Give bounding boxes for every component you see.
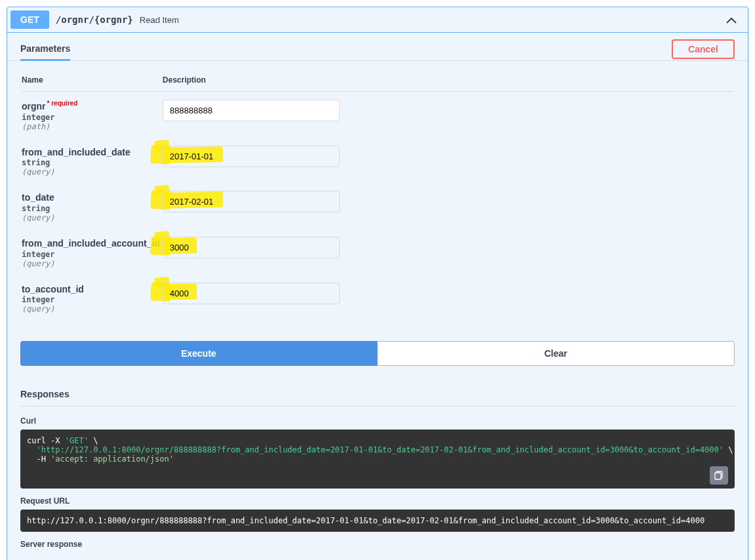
cancel-button[interactable]: Cancel: [672, 39, 735, 59]
clear-button[interactable]: Clear: [377, 341, 735, 366]
curl-block: curl -X 'GET' \ 'http://127.0.0.1:8000/o…: [20, 430, 735, 489]
request-url: http://127.0.0.1:8000/orgnr/888888888?fr…: [20, 510, 735, 532]
chevron-up-icon[interactable]: [718, 13, 745, 27]
server-response-label: Server response: [20, 540, 735, 553]
execute-button[interactable]: Execute: [20, 341, 377, 366]
param-input-orgnr[interactable]: [163, 100, 340, 121]
param-input-to_account_id[interactable]: [163, 283, 340, 304]
request-url-label: Request URL: [20, 496, 735, 510]
param-type: integer: [22, 111, 161, 122]
param-input-to_date[interactable]: [163, 191, 340, 212]
param-name: orgnr* required: [22, 100, 161, 111]
param-in: (query): [22, 167, 161, 176]
column-description: Description: [163, 69, 733, 92]
param-name: to_date: [22, 191, 161, 203]
param-input-from_and_included_date[interactable]: [163, 146, 340, 167]
param-input-from_and_included_account_id[interactable]: [163, 237, 340, 258]
param-name: from_and_included_account_id: [22, 237, 161, 249]
param-in: (query): [22, 304, 161, 313]
param-type: integer: [22, 249, 161, 259]
param-in: (query): [22, 259, 161, 268]
param-name: from_and_included_date: [22, 146, 161, 157]
param-type: string: [22, 157, 161, 167]
endpoint-path: /orgnr/{orgnr}: [49, 14, 140, 25]
param-type: integer: [22, 294, 161, 304]
param-in: (path): [22, 122, 161, 131]
endpoint-summary[interactable]: GET /orgnr/{orgnr} Read Item: [7, 7, 748, 33]
copy-icon[interactable]: [710, 466, 728, 485]
http-method-badge: GET: [10, 10, 49, 29]
endpoint-summary-text: Read Item: [140, 15, 179, 25]
responses-heading: Responses: [20, 389, 735, 407]
curl-label: Curl: [20, 416, 735, 430]
param-name: to_account_id: [22, 283, 161, 294]
param-type: string: [22, 203, 161, 213]
svg-rect-1: [715, 473, 721, 479]
parameters-tab[interactable]: Parameters: [20, 38, 70, 61]
column-name: Name: [22, 69, 161, 92]
param-in: (query): [22, 213, 161, 222]
